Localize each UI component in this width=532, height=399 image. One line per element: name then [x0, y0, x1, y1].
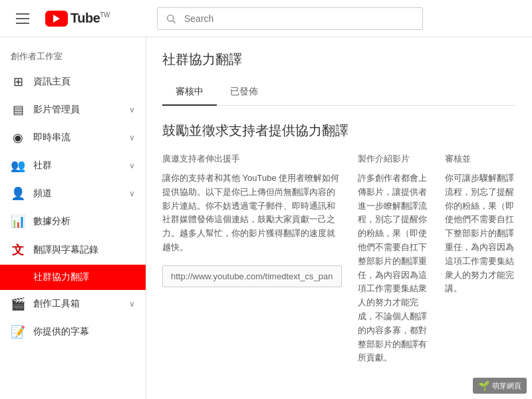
youtube-logo[interactable]: TubeTW — [45, 11, 110, 27]
channel-icon: 👤 — [11, 186, 25, 201]
svg-point-0 — [168, 15, 174, 21]
sidebar-item-video-manager[interactable]: ▤ 影片管理員 ∨ — [0, 96, 146, 124]
columns: 廣邀支持者伸出援手 讓你的支持者和其他 YouTube 使用者暸解如何提供協助。… — [162, 153, 516, 365]
column-header-invite: 廣邀支持者伸出援手 — [162, 153, 342, 165]
sidebar-item-creator-tools[interactable]: 🎬 創作工具箱 ∨ — [0, 290, 146, 318]
youtube-icon — [45, 11, 68, 27]
dashboard-icon: ⊞ — [11, 74, 25, 89]
sidebar-item-label: 頻道 — [33, 188, 121, 200]
sidebar-item-label: 翻譯與字幕記錄 — [33, 244, 135, 256]
search-icon — [158, 13, 184, 24]
youtube-wordmark: TubeTW — [70, 11, 110, 26]
sidebar-item-label: 社群 — [33, 160, 121, 172]
subtitles-icon: 文 — [11, 242, 25, 258]
sidebar-item-dashboard[interactable]: ⊞ 資訊主頁 — [0, 68, 146, 96]
column-invite: 廣邀支持者伸出援手 讓你的支持者和其他 YouTube 使用者暸解如何提供協助。… — [162, 153, 342, 365]
tab-published[interactable]: 已發佈 — [217, 79, 271, 106]
sidebar-item-analytics[interactable]: 📊 數據分析 — [0, 207, 146, 235]
sidebar-section-title: 創作者工作室 — [0, 43, 146, 68]
livestream-icon: ◉ — [11, 130, 25, 145]
sidebar-item-label: 創作工具箱 — [33, 298, 121, 310]
content-title: 鼓勵並徵求支持者提供協力翻譯 — [162, 122, 516, 140]
sidebar-item-label: 即時串流 — [33, 132, 121, 144]
contributions-icon: 📝 — [11, 325, 25, 339]
analytics-icon: 📊 — [11, 214, 25, 229]
sidebar-item-label: 社群協力翻譯 — [33, 271, 135, 283]
column-header-intro: 製作介紹影片 — [358, 153, 429, 165]
sidebar-item-subtitles[interactable]: 文 翻譯與字幕記錄 — [0, 235, 146, 265]
layout: 創作者工作室 ⊞ 資訊主頁 ▤ 影片管理員 ∨ ◉ 即時串流 ∨ 👥 社群 ∨ … — [0, 37, 532, 399]
chevron-down-icon: ∨ — [129, 299, 135, 309]
tab-review[interactable]: 審核中 — [162, 79, 217, 106]
tabs: 審核中 已發佈 — [162, 79, 516, 106]
chevron-down-icon: ∨ — [129, 133, 135, 142]
sidebar: 創作者工作室 ⊞ 資訊主頁 ▤ 影片管理員 ∨ ◉ 即時串流 ∨ 👥 社群 ∨ … — [0, 37, 146, 399]
sidebar-item-label: 資訊主頁 — [33, 76, 135, 88]
page-title: 社群協力翻譯 — [162, 51, 516, 68]
sidebar-item-community-translate[interactable]: 社群協力翻譯 — [0, 265, 146, 290]
svg-line-1 — [173, 21, 176, 23]
creator-tools-icon: 🎬 — [11, 297, 25, 311]
chevron-down-icon: ∨ — [129, 105, 135, 114]
sidebar-item-contributions[interactable]: 📝 你提供的字幕 — [0, 318, 146, 346]
chevron-down-icon: ∨ — [129, 161, 135, 170]
column-review: 審核並 你可讓步驟解翻譯流程，別忘了提醒你的粉絲，果（即使他們不需要自扛下整部影… — [445, 153, 516, 365]
video-manager-icon: ▤ — [11, 102, 25, 117]
column-header-review: 審核並 — [445, 153, 516, 165]
search-input[interactable] — [184, 13, 422, 24]
search-bar — [157, 7, 423, 30]
sidebar-item-label: 數據分析 — [33, 215, 135, 227]
hamburger-menu[interactable] — [11, 8, 35, 29]
header: TubeTW — [0, 0, 532, 37]
header-left: TubeTW — [11, 8, 157, 29]
url-box[interactable]: http://www.youtube.com/timedtext_cs_pan — [162, 265, 342, 287]
column-text-invite: 讓你的支持者和其他 YouTube 使用者暸解如何提供協助。以下是你已上傳但尚無… — [162, 172, 342, 255]
sidebar-item-livestream[interactable]: ◉ 即時串流 ∨ — [0, 124, 146, 152]
chevron-down-icon: ∨ — [129, 189, 135, 198]
sidebar-item-community[interactable]: 👥 社群 ∨ — [0, 152, 146, 180]
column-intro-video: 製作介紹影片 許多創作者都會上傳影片，讓提供者進一步瞭解翻譯流程，別忘了提醒你的… — [358, 153, 429, 365]
community-icon: 👥 — [11, 158, 25, 173]
watermark-text: 萌芽網頁 — [492, 381, 521, 391]
sidebar-item-channel[interactable]: 👤 頻道 ∨ — [0, 180, 146, 207]
column-text-intro: 許多創作者都會上傳影片，讓提供者進一步瞭解翻譯流程，別忘了提醒你的粉絲，果（即使… — [358, 172, 429, 365]
main-content: 社群協力翻譯 審核中 已發佈 鼓勵並徵求支持者提供協力翻譯 廣邀支持者伸出援手 … — [146, 37, 532, 399]
sidebar-item-label: 你提供的字幕 — [33, 326, 135, 338]
watermark-icon: 🌱 — [478, 380, 489, 391]
watermark: 🌱 萌芽網頁 — [473, 378, 527, 394]
column-text-review: 你可讓步驟解翻譯流程，別忘了提醒你的粉絲，果（即使他們不需要自扛下整部影片的翻譯… — [445, 172, 516, 296]
sidebar-item-label: 影片管理員 — [33, 104, 121, 116]
